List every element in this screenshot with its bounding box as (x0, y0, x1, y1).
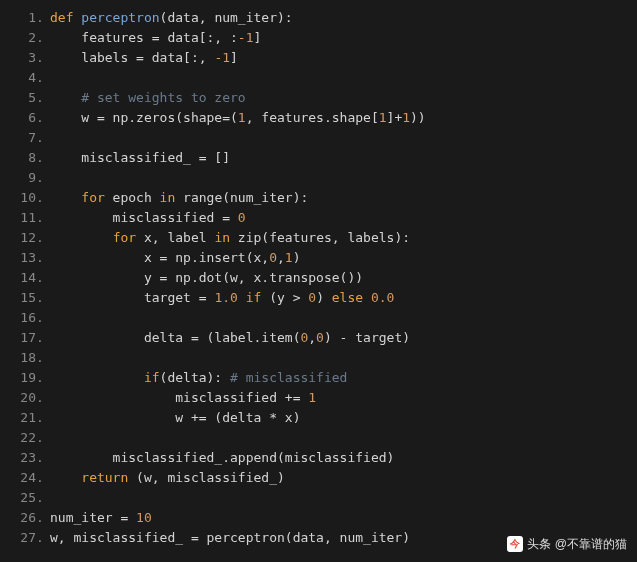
line-number: 18 (10, 348, 36, 368)
code-content: if(delta): # misclassified (46, 368, 347, 388)
line-separator: . (36, 148, 46, 168)
code-line: 7. (0, 128, 637, 148)
line-number: 10 (10, 188, 36, 208)
code-line: 26.num_iter = 10 (0, 508, 637, 528)
code-content: delta = (label.item(0,0) - target) (46, 328, 410, 348)
line-separator: . (36, 68, 46, 88)
code-content: w += (delta * x) (46, 408, 300, 428)
watermark-label: 头条 (527, 534, 551, 554)
code-content (46, 68, 50, 88)
code-content: misclassified = 0 (46, 208, 246, 228)
code-content (46, 428, 50, 448)
code-line: 6. w = np.zeros(shape=(1, features.shape… (0, 108, 637, 128)
line-separator: . (36, 228, 46, 248)
code-content: def perceptron(data, num_iter): (46, 8, 293, 28)
line-separator: . (36, 188, 46, 208)
code-line: 19. if(delta): # misclassified (0, 368, 637, 388)
code-line: 8. misclassified_ = [] (0, 148, 637, 168)
line-separator: . (36, 388, 46, 408)
code-content: # set weights to zero (46, 88, 246, 108)
line-separator: . (36, 288, 46, 308)
code-editor: 1.def perceptron(data, num_iter):2. feat… (0, 0, 637, 556)
line-separator: . (36, 128, 46, 148)
line-separator: . (36, 448, 46, 468)
code-content: features = data[:, :-1] (46, 28, 261, 48)
code-line: 12. for x, label in zip(features, labels… (0, 228, 637, 248)
line-separator: . (36, 108, 46, 128)
line-separator: . (36, 468, 46, 488)
line-separator: . (36, 28, 46, 48)
code-content: w, misclassified_ = perceptron(data, num… (46, 528, 410, 548)
code-line: 25. (0, 488, 637, 508)
code-line: 21. w += (delta * x) (0, 408, 637, 428)
line-number: 9 (10, 168, 36, 188)
watermark-handle: @不靠谱的猫 (555, 534, 627, 554)
line-separator: . (36, 508, 46, 528)
code-content: misclassified += 1 (46, 388, 316, 408)
code-content: return (w, misclassified_) (46, 468, 285, 488)
line-number: 16 (10, 308, 36, 328)
line-separator: . (36, 408, 46, 428)
code-content: num_iter = 10 (46, 508, 152, 528)
code-content (46, 488, 50, 508)
line-separator: . (36, 168, 46, 188)
line-separator: . (36, 368, 46, 388)
line-number: 13 (10, 248, 36, 268)
line-number: 22 (10, 428, 36, 448)
code-line: 3. labels = data[:, -1] (0, 48, 637, 68)
line-number: 17 (10, 328, 36, 348)
code-content: target = 1.0 if (y > 0) else 0.0 (46, 288, 394, 308)
code-content: labels = data[:, -1] (46, 48, 238, 68)
code-line: 4. (0, 68, 637, 88)
line-number: 8 (10, 148, 36, 168)
code-line: 9. (0, 168, 637, 188)
line-separator: . (36, 488, 46, 508)
line-number: 23 (10, 448, 36, 468)
line-number: 20 (10, 388, 36, 408)
line-number: 12 (10, 228, 36, 248)
line-number: 25 (10, 488, 36, 508)
line-number: 19 (10, 368, 36, 388)
code-content: misclassified_ = [] (46, 148, 230, 168)
line-separator: . (36, 48, 46, 68)
line-number: 11 (10, 208, 36, 228)
code-line: 18. (0, 348, 637, 368)
code-content (46, 308, 50, 328)
line-separator: . (36, 8, 46, 28)
line-number: 15 (10, 288, 36, 308)
code-content: w = np.zeros(shape=(1, features.shape[1]… (46, 108, 426, 128)
line-number: 6 (10, 108, 36, 128)
line-number: 1 (10, 8, 36, 28)
code-line: 22. (0, 428, 637, 448)
code-content: for x, label in zip(features, labels): (46, 228, 410, 248)
line-number: 3 (10, 48, 36, 68)
code-line: 17. delta = (label.item(0,0) - target) (0, 328, 637, 348)
code-line: 11. misclassified = 0 (0, 208, 637, 228)
code-content (46, 128, 50, 148)
line-separator: . (36, 248, 46, 268)
line-separator: . (36, 348, 46, 368)
code-content (46, 348, 50, 368)
code-content: misclassified_.append(misclassified) (46, 448, 394, 468)
code-line: 13. x = np.insert(x,0,1) (0, 248, 637, 268)
code-line: 5. # set weights to zero (0, 88, 637, 108)
line-separator: . (36, 308, 46, 328)
line-number: 26 (10, 508, 36, 528)
code-content (46, 168, 50, 188)
line-number: 2 (10, 28, 36, 48)
code-content: for epoch in range(num_iter): (46, 188, 308, 208)
code-line: 10. for epoch in range(num_iter): (0, 188, 637, 208)
code-line: 20. misclassified += 1 (0, 388, 637, 408)
line-number: 24 (10, 468, 36, 488)
code-line: 16. (0, 308, 637, 328)
code-line: 23. misclassified_.append(misclassified) (0, 448, 637, 468)
line-number: 4 (10, 68, 36, 88)
line-separator: . (36, 428, 46, 448)
line-number: 21 (10, 408, 36, 428)
line-separator: . (36, 328, 46, 348)
code-content: x = np.insert(x,0,1) (46, 248, 300, 268)
code-line: 14. y = np.dot(w, x.transpose()) (0, 268, 637, 288)
line-number: 7 (10, 128, 36, 148)
code-content: y = np.dot(w, x.transpose()) (46, 268, 363, 288)
line-separator: . (36, 528, 46, 548)
